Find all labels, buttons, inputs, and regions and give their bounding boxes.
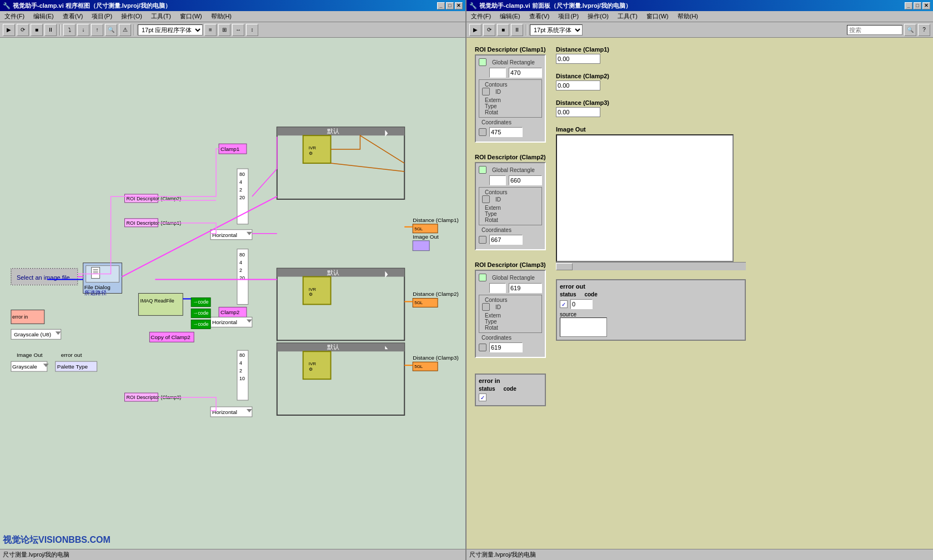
distance-clamp1-input[interactable] xyxy=(556,54,600,64)
split-container: 🔧 视觉助手-clamp.vi 程序框图（尺寸测量.lvproj/我的电脑） _… xyxy=(0,0,933,560)
menu-project-left[interactable]: 项目(P) xyxy=(90,12,114,21)
menu-edit-right[interactable]: 编辑(E) xyxy=(498,12,522,21)
menu-help-left[interactable]: 帮助(H) xyxy=(209,12,233,21)
roi-clamp1-coord-input[interactable] xyxy=(489,127,523,137)
error-in-status-label: status xyxy=(479,386,495,392)
right-status-text: 尺寸测量.lvproj/我的电脑 xyxy=(469,551,536,559)
right-panel: 🔧 视觉助手-clamp.vi 前面板（尺寸测量.lvproj/我的电脑） _ … xyxy=(466,0,933,560)
roi-clamp2-led-val[interactable] xyxy=(489,175,506,185)
menu-project-right[interactable]: 项目(P) xyxy=(556,12,580,21)
search-button[interactable]: 🔍 xyxy=(904,24,916,36)
menu-help-right[interactable]: 帮助(H) xyxy=(676,12,700,21)
right-maximize-button[interactable]: □ xyxy=(914,2,921,9)
reorder-button[interactable]: ↕ xyxy=(246,24,258,36)
run-button[interactable]: ▶ xyxy=(3,24,15,36)
diagram-svg: 默认 默认 默认 xyxy=(0,38,465,549)
svg-text:IVR: IVR xyxy=(309,287,317,292)
svg-rect-24 xyxy=(138,294,183,316)
maximize-button[interactable]: □ xyxy=(446,2,454,9)
scrollbar-thumb-h[interactable] xyxy=(556,263,573,270)
menu-edit-left[interactable]: 编辑(E) xyxy=(32,12,56,21)
roi-clamp3-id-row: ID xyxy=(482,303,539,311)
distribute-button[interactable]: ⊞ xyxy=(218,24,230,36)
error-out-checkbox[interactable] xyxy=(560,300,568,308)
roi-clamp3-global-input[interactable] xyxy=(509,283,542,293)
svg-text:4: 4 xyxy=(239,179,242,185)
help-button[interactable]: ? xyxy=(918,24,930,36)
step-out-button[interactable]: ↑ xyxy=(91,24,103,36)
roi-clamp3-global-label: Global Rectangle xyxy=(489,275,535,281)
menu-operate-left[interactable]: 操作(O) xyxy=(119,12,144,21)
right-run-button[interactable]: ▶ xyxy=(469,24,481,36)
menu-file-right[interactable]: 文件(F) xyxy=(469,12,493,21)
svg-text:Distance (Clamp2): Distance (Clamp2) xyxy=(413,291,459,297)
image-out-section: Image Out 🔍 ↖ ✋ + ╱ □ ◇ xyxy=(556,126,746,270)
svg-text:Horizontal: Horizontal xyxy=(212,319,237,325)
roi-clamp1-value-row xyxy=(479,68,542,78)
error-in-header: status code xyxy=(479,386,542,392)
roi-clamp1-contours: Contours ID Extern Type Rotat xyxy=(479,79,542,118)
right-minimize-button[interactable]: _ xyxy=(905,2,912,9)
font-select-right[interactable]: 17pt 系统字体 xyxy=(530,24,583,36)
menu-view-right[interactable]: 查看(V) xyxy=(528,12,551,21)
svg-text:Copy of Clamp2: Copy of Clamp2 xyxy=(151,334,190,340)
roi-clamp3-led xyxy=(479,274,486,281)
roi-clamp1-led-val[interactable] xyxy=(489,68,506,78)
roi-clamp1-id-led xyxy=(482,88,490,95)
image-out-title: Image Out xyxy=(556,126,746,133)
roi-clamp2-coord-input[interactable] xyxy=(489,235,523,245)
roi-clamp1-global-input[interactable] xyxy=(509,68,542,78)
roi-clamp3-coord-led xyxy=(479,344,486,351)
distance-clamp1-box: Distance (Clamp1) xyxy=(556,46,746,64)
right-abort-button[interactable]: ■ xyxy=(497,24,509,36)
svg-text:默认: 默认 xyxy=(327,128,339,134)
step-into-button[interactable]: ↓ xyxy=(77,24,89,36)
roi-clamp2-global-rect-row: Global Rectangle xyxy=(479,166,542,174)
image-scrollbar-h[interactable] xyxy=(556,262,746,270)
resize-button[interactable]: ↔ xyxy=(232,24,244,36)
svg-text:5GL: 5GL xyxy=(414,300,423,305)
menu-window-left[interactable]: 窗口(W) xyxy=(178,12,204,21)
menu-view-left[interactable]: 查看(V) xyxy=(61,12,85,21)
svg-text:4: 4 xyxy=(239,360,242,366)
distance-clamp3-input[interactable] xyxy=(556,107,600,117)
svg-text:2: 2 xyxy=(239,187,242,193)
roi-clamp2-section: ROI Descriptor (Clamp2) Global Rectangle xyxy=(475,154,546,250)
roi-clamp3-led-val[interactable] xyxy=(489,283,506,293)
clean-button[interactable]: 🔍 xyxy=(105,24,117,36)
error-in-checkbox[interactable] xyxy=(479,393,486,401)
minimize-button[interactable]: _ xyxy=(437,2,445,9)
search-input[interactable] xyxy=(847,25,902,35)
error-out-source-input[interactable] xyxy=(560,317,607,337)
error-out-box: error out status code source xyxy=(556,279,746,341)
roi-clamp3-coord-row: Coordinates xyxy=(479,335,542,341)
roi-clamp1-section: ROI Descriptor (Clamp1) Global Rectangle xyxy=(475,46,546,143)
right-close-button[interactable]: ✕ xyxy=(922,2,930,9)
warn-button[interactable]: ⚠ xyxy=(119,24,131,36)
right-run-cont-button[interactable]: ⟳ xyxy=(483,24,495,36)
step-over-button[interactable]: ⤵ xyxy=(63,24,76,36)
abort-button[interactable]: ■ xyxy=(31,24,43,36)
roi-clamp2-extern-label: Extern xyxy=(482,205,539,211)
close-button[interactable]: ✕ xyxy=(455,2,463,9)
left-toolbar: ▶ ⟳ ■ ⏸ ⤵ ↓ ↑ 🔍 ⚠ 17pt 应用程序字体 ≡ ⊞ ↔ ↕ xyxy=(0,22,465,38)
svg-text:IVR: IVR xyxy=(309,145,317,150)
roi-clamp3-coord-input[interactable] xyxy=(489,342,523,352)
right-pause-button[interactable]: ⏸ xyxy=(511,24,523,36)
menu-tools-left[interactable]: 工具(T) xyxy=(149,12,173,21)
image-display xyxy=(556,134,734,262)
align-button[interactable]: ≡ xyxy=(204,24,217,36)
menu-window-right[interactable]: 窗口(W) xyxy=(645,12,670,21)
menu-operate-right[interactable]: 操作(O) xyxy=(586,12,610,21)
roi-clamp1-contours-label: Contours xyxy=(482,82,539,88)
pause-button[interactable]: ⏸ xyxy=(44,24,57,36)
roi-clamp2-global-input[interactable] xyxy=(509,175,542,185)
distance-clamp3-box: Distance (Clamp3) xyxy=(556,99,746,117)
distance-clamp2-input[interactable] xyxy=(556,80,600,90)
run-cont-button[interactable]: ⟳ xyxy=(17,24,29,36)
error-out-code-input[interactable] xyxy=(570,299,593,309)
menu-tools-right[interactable]: 工具(T) xyxy=(616,12,639,21)
font-select-left[interactable]: 17pt 应用程序字体 xyxy=(138,24,203,36)
menu-file-left[interactable]: 文件(F) xyxy=(3,12,26,21)
svg-text:error in: error in xyxy=(12,314,28,320)
